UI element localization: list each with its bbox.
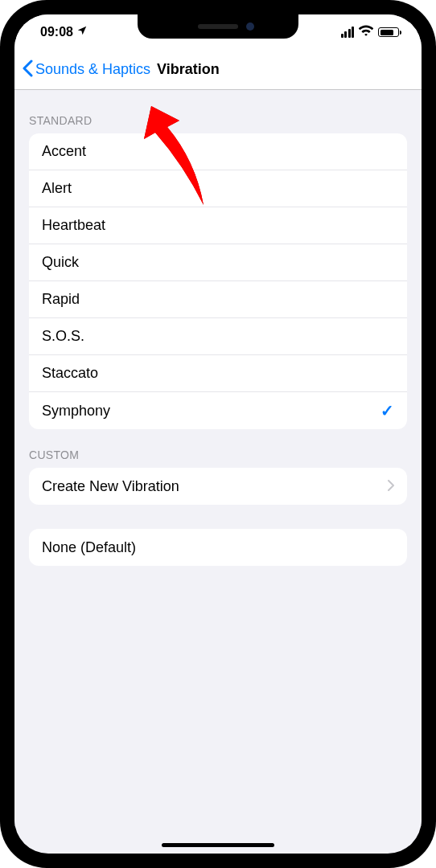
- section-header-custom: CUSTOM: [14, 429, 422, 468]
- content-scroll[interactable]: STANDARD Accent Alert Heartbeat Quick Ra…: [14, 90, 422, 826]
- vibration-row-accent[interactable]: Accent: [29, 133, 407, 170]
- vibration-row-alert[interactable]: Alert: [29, 170, 407, 207]
- back-button[interactable]: Sounds & Haptics: [23, 59, 150, 80]
- vibration-row-staccato[interactable]: Staccato: [29, 355, 407, 392]
- status-time: 09:08: [40, 25, 73, 39]
- section-header-standard: STANDARD: [14, 90, 422, 133]
- chevron-left-icon: [23, 59, 33, 80]
- cellular-signal-icon: [341, 27, 355, 38]
- home-indicator[interactable]: [162, 843, 274, 847]
- front-camera: [246, 23, 254, 31]
- vibration-label: Symphony: [42, 403, 110, 420]
- vibration-row-symphony[interactable]: Symphony ✓: [29, 392, 407, 429]
- standard-vibrations-group: Accent Alert Heartbeat Quick Rapid S.O.S…: [29, 133, 407, 429]
- phone-notch: [138, 14, 298, 39]
- page-title: Vibration: [157, 61, 220, 78]
- none-group: None (Default): [29, 529, 407, 566]
- custom-vibrations-group: Create New Vibration: [29, 468, 407, 505]
- vibration-label: Accent: [42, 143, 86, 160]
- vibration-label: None (Default): [42, 539, 136, 556]
- vibration-label: Staccato: [42, 365, 98, 382]
- checkmark-icon: ✓: [380, 401, 394, 420]
- back-label: Sounds & Haptics: [35, 61, 150, 78]
- wifi-icon: [359, 25, 373, 39]
- vibration-label: Rapid: [42, 291, 80, 308]
- vibration-row-quick[interactable]: Quick: [29, 244, 407, 281]
- vibration-label: Quick: [42, 254, 79, 271]
- vibration-label: S.O.S.: [42, 328, 84, 345]
- navigation-bar: Sounds & Haptics Vibration: [14, 50, 422, 90]
- location-arrow-icon: [76, 25, 88, 39]
- battery-icon: [378, 27, 399, 37]
- vibration-label: Alert: [42, 180, 72, 197]
- create-new-vibration-row[interactable]: Create New Vibration: [29, 468, 407, 505]
- vibration-row-none[interactable]: None (Default): [29, 529, 407, 566]
- vibration-row-sos[interactable]: S.O.S.: [29, 318, 407, 355]
- chevron-right-icon: [388, 478, 394, 495]
- vibration-label: Heartbeat: [42, 217, 105, 234]
- speaker-grille: [198, 24, 238, 29]
- create-new-label: Create New Vibration: [42, 478, 179, 495]
- vibration-row-heartbeat[interactable]: Heartbeat: [29, 207, 407, 244]
- vibration-row-rapid[interactable]: Rapid: [29, 281, 407, 318]
